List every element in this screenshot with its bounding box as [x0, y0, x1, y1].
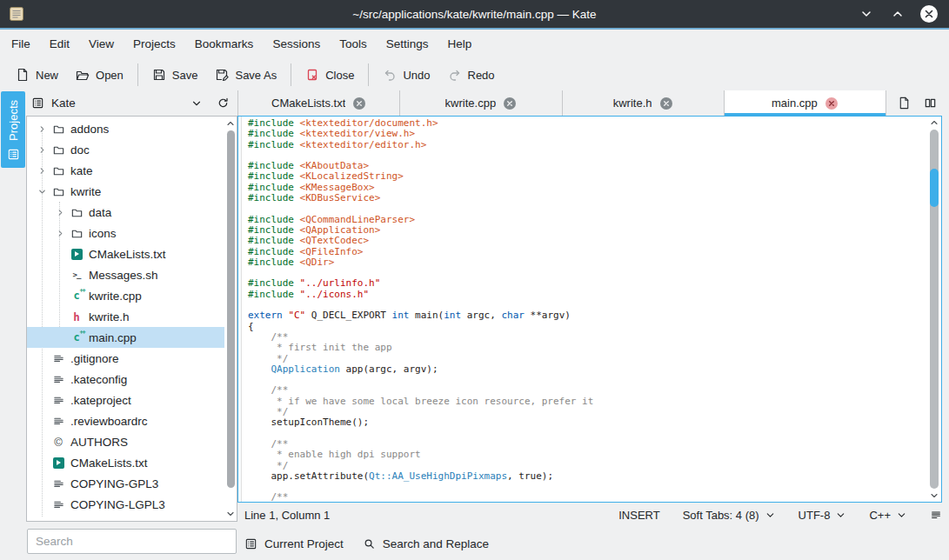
tree-item-icon — [50, 123, 67, 136]
cursor-position[interactable]: Line 1, Column 1 — [244, 509, 330, 522]
tab-mode-select[interactable]: Soft Tabs: 4 (8) — [683, 509, 776, 522]
current-project-button[interactable]: Current Project — [244, 537, 344, 550]
minimize-button[interactable] — [857, 4, 876, 23]
tree-item-kate[interactable]: kate — [27, 160, 224, 181]
tab-close-button[interactable] — [825, 97, 839, 110]
tree-item--kateproject[interactable]: .kateproject — [27, 390, 224, 410]
tree-item-label: .kateproject — [70, 394, 131, 407]
tree-scrollbar-thumb[interactable] — [227, 130, 235, 488]
code-token: argc, — [461, 310, 501, 321]
view-list-details-icon — [31, 97, 44, 110]
expander-closed-icon[interactable] — [52, 208, 68, 217]
syntax-select[interactable]: C++ — [869, 509, 907, 522]
code-token: #include — [248, 182, 300, 193]
tab-close-button[interactable] — [352, 97, 366, 110]
tree-item-icon: h — [68, 310, 85, 323]
menu-item-sessions[interactable]: Sessions — [263, 30, 330, 59]
tab-kwrite-h[interactable]: kwrite.h — [563, 90, 725, 116]
code-area[interactable]: #include <ktexteditor/document.h>#includ… — [242, 117, 927, 502]
close-button[interactable]: Close — [297, 63, 363, 86]
menu-item-file[interactable]: File — [2, 30, 40, 59]
tree-item-kwrite[interactable]: kwrite — [27, 181, 224, 202]
editor-scrollbar-track[interactable] — [930, 130, 939, 489]
tree-item-kwrite-h[interactable]: hkwrite.h — [27, 306, 224, 327]
tab-main-cpp[interactable]: main.cpp — [725, 90, 886, 116]
search-and-replace-button[interactable]: Search and Replace — [363, 537, 489, 550]
menu-item-settings[interactable]: Settings — [377, 30, 438, 59]
tab-kwrite-cpp[interactable]: kwrite.cpp — [400, 90, 562, 116]
expander-open-icon[interactable] — [34, 187, 50, 197]
menu-item-view[interactable]: View — [79, 30, 124, 59]
maximize-button[interactable] — [888, 4, 907, 23]
editor-scrollbar[interactable] — [927, 117, 941, 502]
menu-item-tools[interactable]: Tools — [330, 30, 377, 59]
tree-item-copying-gpl3[interactable]: COPYING-GPL3 — [27, 473, 224, 494]
editor-scrollbar-thumb[interactable] — [930, 169, 939, 206]
tree-item-label: doc — [70, 143, 90, 157]
menu-item-bookmarks[interactable]: Bookmarks — [185, 30, 264, 59]
tree-item-main-cpp[interactable]: c++main.cpp — [27, 327, 224, 348]
menu-item-projects[interactable]: Projects — [124, 30, 185, 59]
expander-closed-icon[interactable] — [34, 145, 50, 155]
cmake-file-icon — [53, 457, 64, 469]
expander-closed-icon[interactable] — [34, 124, 50, 134]
code-line — [248, 429, 927, 439]
scroll-up-icon[interactable] — [929, 117, 939, 128]
encoding-value: UTF-8 — [799, 509, 831, 522]
scroll-down-icon[interactable] — [929, 490, 939, 501]
kate-window: ~/src/applications/kate/kwrite/main.cpp … — [0, 0, 949, 560]
tab-close-button[interactable] — [503, 97, 517, 110]
menu-item-help[interactable]: Help — [438, 30, 481, 59]
editor-view[interactable]: #include <ktexteditor/document.h>#includ… — [237, 116, 942, 503]
tree-item-icon: c++ — [68, 290, 85, 302]
code-token: <QFileInfo> — [300, 246, 364, 257]
expander-closed-icon[interactable] — [34, 166, 50, 176]
tree-item-copying-lgpl3[interactable]: COPYING-LGPL3 — [27, 494, 224, 515]
save-button[interactable]: Save — [144, 63, 207, 86]
new-document-button[interactable] — [893, 93, 914, 114]
tree-item-doc[interactable]: doc — [27, 139, 224, 160]
expander-closed-icon[interactable] — [52, 229, 68, 238]
encoding-select[interactable]: UTF-8 — [799, 509, 847, 522]
menu-item-edit[interactable]: Edit — [40, 30, 79, 59]
tree-scrollbar[interactable] — [224, 117, 237, 521]
tree-item-data[interactable]: data — [27, 202, 224, 223]
tree-item-cmakelists-txt[interactable]: CMakeLists.txt — [27, 243, 224, 264]
tree-item-cmakelists-txt[interactable]: CMakeLists.txt — [27, 452, 224, 473]
close-button[interactable] — [919, 4, 939, 23]
project-combo-value[interactable]: Kate — [51, 97, 180, 110]
code-token: #include — [248, 139, 300, 150]
sidebar-tab-projects[interactable]: Projects — [1, 91, 25, 168]
code-token: setupIconTheme(); — [248, 417, 369, 428]
tree-item-addons[interactable]: addons — [27, 118, 224, 139]
statusbar-right: INSERT Soft Tabs: 4 (8) UTF-8 C++ — [618, 509, 942, 522]
input-mode-indicator[interactable]: INSERT — [618, 509, 659, 522]
code-line: setupIconTheme(); — [248, 417, 927, 428]
tree-item-authors[interactable]: ©AUTHORS — [27, 431, 224, 452]
tree-item--gitignore[interactable]: .gitignore — [27, 348, 224, 369]
tree-item-messages-sh[interactable]: >_Messages.sh — [27, 264, 224, 285]
project-combo-dropdown[interactable] — [187, 94, 206, 113]
tree-scrollbar-track[interactable] — [227, 130, 235, 507]
tree-item-copying-lib[interactable]: COPYING.LIB — [27, 515, 224, 521]
tab-cmakelists-txt[interactable]: CMakeLists.txt — [237, 90, 400, 116]
folder-icon — [70, 227, 84, 240]
split-view-button[interactable] — [919, 93, 940, 114]
tree-item--reviewboardrc[interactable]: .reviewboardrc — [27, 410, 224, 431]
save-as-button[interactable]: Save As — [206, 63, 285, 86]
tree-item--kateconfig[interactable]: .kateconfig — [27, 369, 224, 390]
tree-item-label: kwrite.cpp — [89, 290, 142, 303]
tree-item-icon — [50, 185, 67, 198]
copyright-file-icon: © — [54, 436, 63, 449]
scroll-up-icon[interactable] — [225, 118, 236, 129]
open-button[interactable]: Open — [67, 63, 132, 86]
tree-item-kwrite-cpp[interactable]: c++kwrite.cpp — [27, 285, 224, 306]
tree-item-icon — [50, 143, 67, 157]
new-button[interactable]: New — [7, 63, 67, 86]
project-reload-button[interactable] — [213, 94, 232, 113]
scroll-down-icon[interactable] — [225, 509, 236, 519]
project-search-input[interactable] — [27, 529, 237, 554]
tab-close-button[interactable] — [659, 97, 673, 110]
tree-item-icons[interactable]: icons — [27, 223, 224, 243]
statusbar-menu-button[interactable] — [930, 509, 942, 521]
